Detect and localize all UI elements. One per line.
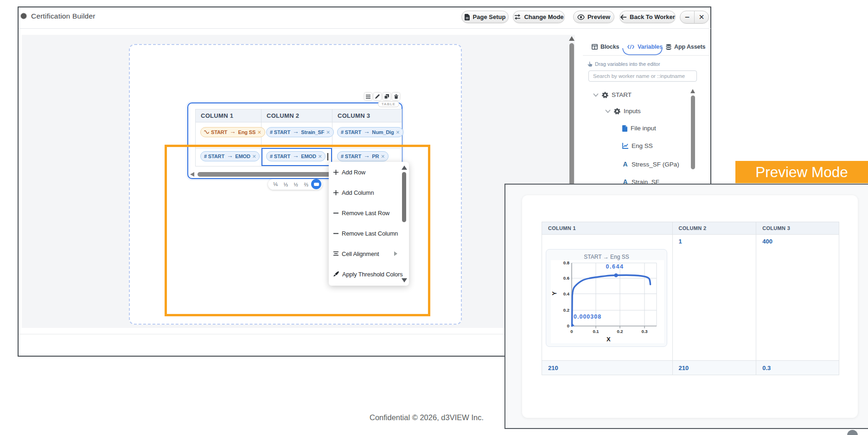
- svg-text:0: 0: [567, 323, 569, 328]
- svg-text:0.4: 0.4: [563, 291, 570, 296]
- svg-text:0.3: 0.3: [641, 329, 647, 334]
- svg-text:0.644: 0.644: [606, 263, 624, 270]
- svg-text:0.8: 0.8: [563, 260, 569, 265]
- svg-text:0.1: 0.1: [593, 329, 599, 334]
- svg-text:0.2: 0.2: [617, 329, 623, 334]
- svg-text:0.000308: 0.000308: [574, 313, 601, 320]
- svg-text:0: 0: [570, 329, 573, 334]
- svg-text:X: X: [606, 336, 611, 343]
- svg-text:Y: Y: [551, 291, 558, 295]
- svg-text:START → Eng SS: START → Eng SS: [584, 254, 629, 260]
- svg-text:0.6: 0.6: [563, 275, 569, 281]
- svg-text:0.2: 0.2: [563, 307, 569, 313]
